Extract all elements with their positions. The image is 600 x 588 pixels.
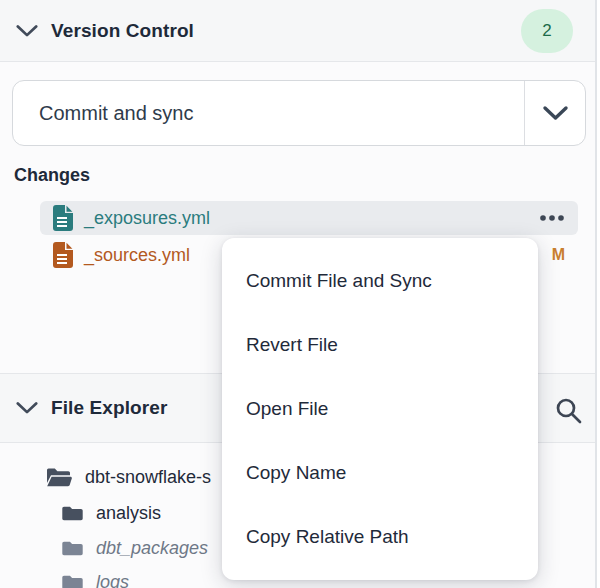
commit-and-sync-button[interactable]: Commit and sync	[12, 80, 586, 146]
chevron-down-icon[interactable]	[16, 401, 38, 415]
file-options-button[interactable]	[539, 214, 565, 222]
menu-item-revert-file[interactable]: Revert File	[222, 313, 538, 377]
tree-item-dbt-packages[interactable]: dbt_packages	[62, 530, 208, 566]
commit-options-caret[interactable]	[524, 81, 585, 145]
menu-item-commit-file-and-sync[interactable]: Commit File and Sync	[222, 249, 538, 313]
version-control-header[interactable]: Version Control 2	[0, 0, 595, 62]
menu-item-copy-relative-path[interactable]: Copy Relative Path	[222, 505, 538, 569]
version-control-sidebar: Version Control 2 Commit and sync Change…	[0, 0, 597, 588]
changed-file-row-exposures[interactable]: _exposures.yml	[40, 201, 578, 235]
changed-file-name: _sources.yml	[84, 245, 190, 266]
tree-item-label: logs	[96, 572, 129, 588]
changed-file-name: _exposures.yml	[84, 208, 210, 229]
tree-item-label: dbt-snowflake-s	[85, 467, 211, 488]
tree-item-analysis[interactable]: analysis	[62, 495, 161, 531]
file-explorer-title: File Explorer	[51, 397, 167, 419]
ellipsis-icon	[539, 214, 565, 222]
file-search-button[interactable]	[551, 393, 585, 427]
tree-item-logs[interactable]: logs	[62, 564, 129, 588]
commit-button-label: Commit and sync	[13, 102, 194, 125]
version-control-title: Version Control	[51, 20, 194, 42]
changes-count-badge: 2	[521, 9, 573, 53]
file-document-icon	[53, 205, 73, 231]
tree-item-label: dbt_packages	[96, 538, 208, 559]
file-context-menu: Commit File and Sync Revert File Open Fi…	[222, 238, 538, 580]
chevron-down-icon[interactable]	[16, 24, 38, 38]
folder-open-icon	[46, 467, 72, 488]
folder-icon	[62, 540, 83, 557]
folder-icon	[62, 574, 83, 588]
folder-icon	[62, 505, 83, 522]
tree-item-label: analysis	[96, 503, 161, 524]
menu-item-open-file[interactable]: Open File	[222, 377, 538, 441]
menu-item-copy-name[interactable]: Copy Name	[222, 441, 538, 505]
modified-status-badge: M	[552, 246, 565, 264]
changes-section-label: Changes	[14, 165, 90, 186]
chevron-down-icon	[542, 105, 569, 121]
tree-item-project-root[interactable]: dbt-snowflake-s	[46, 459, 211, 495]
file-document-icon	[53, 242, 73, 268]
search-icon	[553, 395, 583, 425]
